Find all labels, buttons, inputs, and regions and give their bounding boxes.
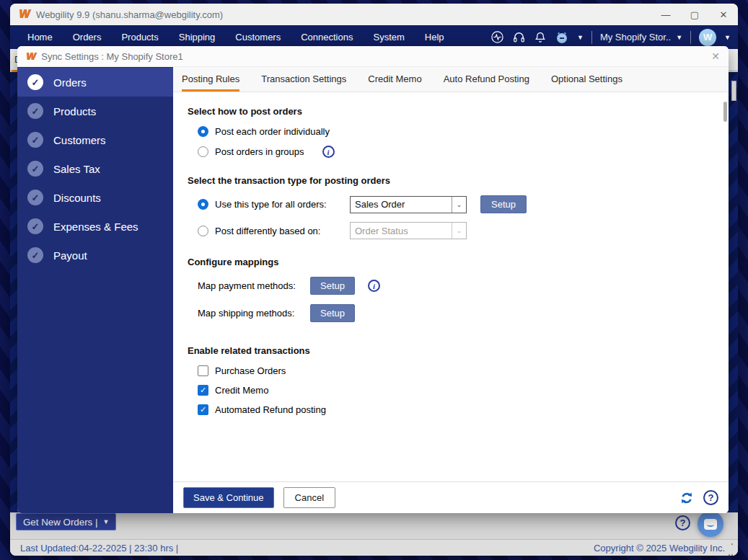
radio-selected-icon[interactable] xyxy=(198,199,208,210)
section-post-orders: Select how to post orders Post each orde… xyxy=(188,106,729,158)
radio-unselected-icon[interactable] xyxy=(198,226,208,236)
section-heading: Select the transaction type for posting … xyxy=(188,175,729,186)
checkbox-automated-refund[interactable]: ✓ Automated Refund posting xyxy=(198,404,729,415)
store-chevron-down-icon: ▼ xyxy=(676,34,682,41)
sync-settings-dialog: W Sync Settings : My Shopify Store1 ✕ ✓ … xyxy=(17,46,729,513)
radio-label: Post orders in groups xyxy=(215,146,304,157)
scrollbar-thumb[interactable] xyxy=(723,102,727,122)
check-circle-icon: ✓ xyxy=(27,218,43,234)
checkbox-purchase-orders[interactable]: Purchase Orders xyxy=(198,365,729,376)
chevron-down-icon: ⌄ xyxy=(452,197,466,213)
radio-unselected-icon[interactable] xyxy=(198,146,208,157)
dialog-close-icon[interactable]: ✕ xyxy=(711,50,720,62)
store-selector[interactable]: My Shopify Stor.. ▼ xyxy=(600,32,682,43)
user-avatar[interactable]: W xyxy=(699,29,716,46)
posting-rules-form: Select how to post orders Post each orde… xyxy=(173,92,729,415)
tab-auto-refund-posting[interactable]: Auto Refund Posting xyxy=(444,67,529,92)
notifications-bell-icon[interactable] xyxy=(534,31,547,44)
sidebar-item-products[interactable]: ✓ Products xyxy=(17,97,173,125)
dialog-help-icon[interactable]: ? xyxy=(703,490,718,505)
get-new-orders-button[interactable]: Get New Orders | ▼ xyxy=(16,513,116,530)
info-icon[interactable]: i xyxy=(322,146,335,158)
sidebar-item-expenses-fees[interactable]: ✓ Expenses & Fees xyxy=(17,212,173,241)
get-new-orders-chevron-down-icon: ▼ xyxy=(102,518,109,525)
sidebar-item-payout[interactable]: ✓ Payout xyxy=(17,241,173,270)
checkbox-checked-icon[interactable]: ✓ xyxy=(198,385,208,396)
app-window: W Webgility 9.9 (shanu.sharma@webgility.… xyxy=(10,4,738,556)
dialog-header: W Sync Settings : My Shopify Store1 ✕ xyxy=(17,46,729,67)
menu-shipping[interactable]: Shipping xyxy=(169,32,226,43)
section-heading: Configure mappings xyxy=(188,257,729,267)
sidebar-item-label: Products xyxy=(53,105,96,117)
dialog-footer: Save & Continue Cancel ? xyxy=(173,481,729,513)
app-help-icon[interactable]: ? xyxy=(675,515,690,530)
avatar-chevron-down-icon[interactable]: ▼ xyxy=(724,34,731,41)
live-chat-button[interactable] xyxy=(698,511,723,537)
tab-optional-settings[interactable]: Optional Settings xyxy=(551,67,622,92)
menu-home[interactable]: Home xyxy=(17,32,63,43)
radio-label: Post each order individually xyxy=(215,126,330,137)
checkbox-credit-memo[interactable]: ✓ Credit Memo xyxy=(198,385,729,396)
select-value: Order Status xyxy=(351,226,452,236)
section-related-transactions: Enable related transactions Purchase Ord… xyxy=(188,345,729,415)
check-circle-icon: ✓ xyxy=(27,132,43,148)
checkbox-checked-icon[interactable]: ✓ xyxy=(198,404,208,415)
sidebar-item-orders[interactable]: ✓ Orders xyxy=(17,68,173,97)
checkbox-unchecked-icon[interactable] xyxy=(198,365,208,376)
copyright-text: Copyright © 2025 Webgility Inc. xyxy=(594,543,725,554)
tab-posting-rules[interactable]: Posting Rules xyxy=(182,67,239,92)
minimize-icon[interactable]: — xyxy=(651,4,680,25)
sidebar-item-sales-tax[interactable]: ✓ Sales Tax xyxy=(17,154,173,183)
option-post-in-groups[interactable]: Post orders in groups i xyxy=(198,146,729,158)
option-use-type-for-all: Use this type for all orders: Sales Orde… xyxy=(198,195,729,213)
transaction-type-select[interactable]: Sales Order ⌄ xyxy=(350,196,467,213)
menubar-divider xyxy=(591,31,592,44)
sidebar-item-label: Expenses & Fees xyxy=(53,221,138,233)
activity-icon[interactable] xyxy=(490,30,504,44)
section-heading: Select how to post orders xyxy=(188,106,729,117)
check-circle-icon: ✓ xyxy=(27,247,43,263)
sidebar-item-discounts[interactable]: ✓ Discounts xyxy=(17,183,173,212)
radio-label: Use this type for all orders: xyxy=(215,199,343,210)
settings-tabs: Posting Rules Transaction Settings Credi… xyxy=(173,67,729,92)
refresh-icon[interactable] xyxy=(679,491,694,505)
cancel-button[interactable]: Cancel xyxy=(283,487,335,508)
menu-system[interactable]: System xyxy=(363,32,414,43)
dialog-title: Sync Settings : My Shopify Store1 xyxy=(41,51,183,62)
shipping-setup-button[interactable]: Setup xyxy=(310,304,355,322)
sidebar-item-label: Payout xyxy=(53,249,87,262)
close-icon[interactable]: ✕ xyxy=(709,4,738,25)
menu-connections[interactable]: Connections xyxy=(291,32,363,43)
sidebar-item-customers[interactable]: ✓ Customers xyxy=(17,125,173,154)
get-new-orders-label: Get New Orders | xyxy=(23,517,97,528)
scheduler-chevron-down-icon[interactable]: ▼ xyxy=(577,34,584,41)
transaction-setup-button[interactable]: Setup xyxy=(480,195,527,213)
check-circle-icon: ✓ xyxy=(27,74,43,90)
radio-selected-icon[interactable] xyxy=(198,126,208,137)
menu-orders[interactable]: Orders xyxy=(63,32,112,43)
menu-customers[interactable]: Customers xyxy=(225,32,291,43)
menu-help[interactable]: Help xyxy=(415,32,454,43)
dialog-webgility-logo-icon: W xyxy=(26,50,35,62)
save-continue-button[interactable]: Save & Continue xyxy=(183,487,274,508)
option-post-individually[interactable]: Post each order individually xyxy=(198,126,729,137)
menu-products[interactable]: Products xyxy=(111,32,168,43)
menubar-divider-2 xyxy=(690,31,691,44)
last-updated-text: Last Updated:04-22-2025 | 23:30 hrs | xyxy=(20,543,178,554)
payment-setup-button[interactable]: Setup xyxy=(310,277,355,295)
map-label: Map shipping methods: xyxy=(198,308,303,319)
tab-credit-memo[interactable]: Credit Memo xyxy=(368,67,421,92)
scheduler-paused-icon[interactable] xyxy=(555,30,569,45)
window-title: Webgility 9.9 (shanu.sharma@webgility.co… xyxy=(36,9,223,20)
sidebar-item-label: Discounts xyxy=(53,192,101,204)
chat-bubble-icon xyxy=(704,519,717,530)
support-headset-icon[interactable] xyxy=(512,30,526,44)
maximize-icon[interactable]: ▢ xyxy=(680,4,709,25)
sidebar-item-label: Customers xyxy=(53,134,106,146)
dialog-sidebar: ✓ Orders ✓ Products ✓ Customers ✓ Sales … xyxy=(17,67,173,513)
resize-grip-icon[interactable] xyxy=(728,537,734,556)
tab-transaction-settings[interactable]: Transaction Settings xyxy=(261,67,346,92)
map-shipping-methods-row: Map shipping methods: Setup xyxy=(198,304,729,322)
info-icon[interactable]: i xyxy=(368,280,380,292)
order-status-select-disabled: Order Status ⌄ xyxy=(350,222,467,239)
